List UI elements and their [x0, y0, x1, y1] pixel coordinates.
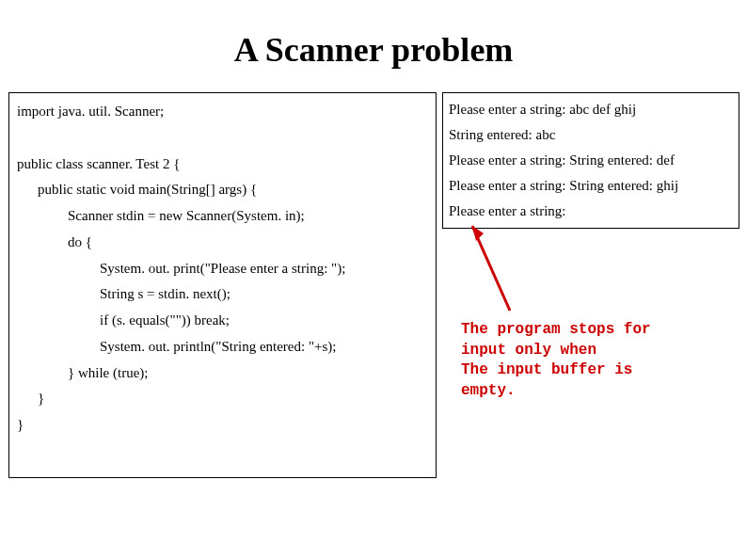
annotation-line: The program stops for [461, 320, 734, 341]
output-line: String entered: abc [449, 122, 733, 148]
annotation-line: input only when [461, 341, 734, 361]
code-line: import java. util. Scanner; [17, 99, 428, 125]
code-line: Scanner stdin = new Scanner(System. in); [17, 203, 428, 230]
code-line: System. out. println("String entered: "+… [17, 334, 428, 360]
code-line: public static void main(String[] args) { [17, 177, 428, 203]
output-box: Please enter a string: abc def ghij Stri… [442, 92, 739, 229]
code-line: } [17, 386, 428, 412]
arrow-icon [463, 216, 519, 320]
code-line: System. out. print("Please enter a strin… [17, 256, 428, 282]
code-line: } while (true); [17, 360, 428, 387]
code-box: import java. util. Scanner; public class… [8, 92, 437, 478]
code-line: if (s. equals("")) break; [17, 308, 428, 334]
output-line: Please enter a string: abc def ghij [449, 97, 733, 122]
page-title: A Scanner problem [0, 30, 747, 70]
output-line: Please enter a string: String entered: d… [449, 148, 733, 173]
code-line: do { [17, 230, 428, 256]
annotation-line: The input buffer is [461, 360, 734, 381]
annotation-text: The program stops for input only when Th… [461, 320, 734, 401]
output-line: Please enter a string: String entered: g… [449, 173, 733, 199]
annotation-line: empty. [461, 381, 734, 402]
code-line: public class scanner. Test 2 { [17, 152, 428, 178]
svg-line-0 [472, 226, 510, 311]
code-line: } [17, 412, 428, 439]
output-line: Please enter a string: [449, 199, 733, 224]
code-line: String s = stdin. next(); [17, 281, 428, 308]
code-blank [17, 125, 428, 152]
